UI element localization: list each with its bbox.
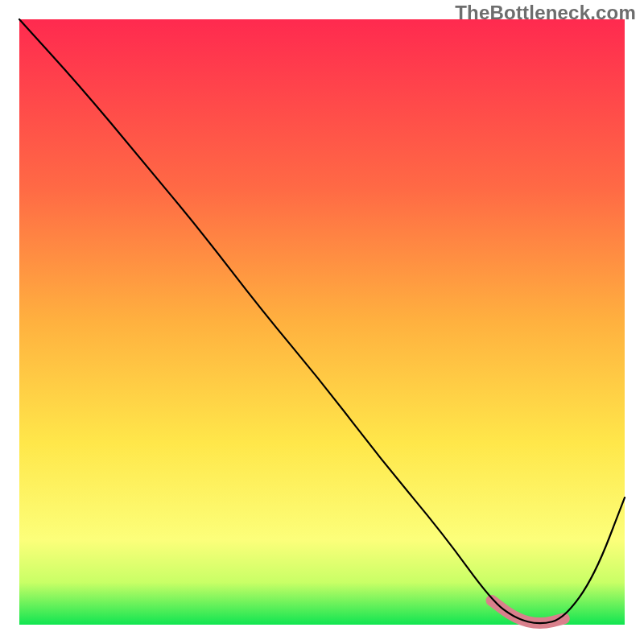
watermark-text: TheBottleneck.com [455, 2, 636, 24]
plot-background [19, 19, 625, 625]
bottleneck-chart-svg [0, 0, 644, 644]
chart-stage: TheBottleneck.com [0, 0, 644, 644]
